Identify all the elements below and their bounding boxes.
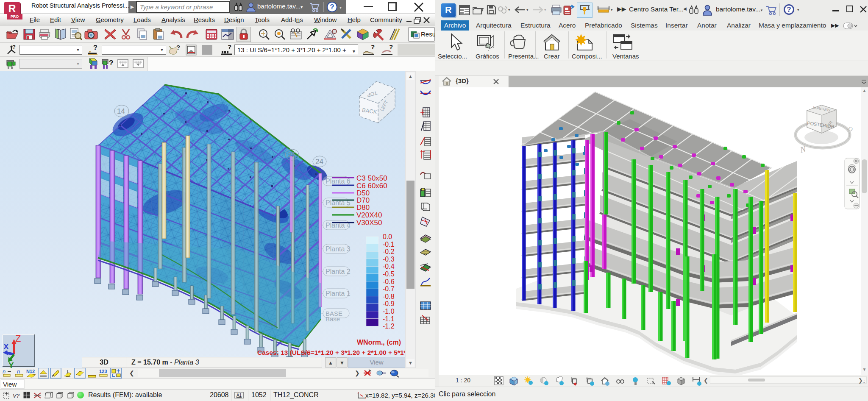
svg-text:0.0: 0.0 [383,233,392,240]
svg-text:-0.2: -0.2 [383,248,395,255]
svg-text:Planta 3: Planta 3 [326,245,351,253]
svg-text:❯: ❯ [355,370,360,377]
svg-text:-0.8: -0.8 [383,293,395,300]
svg-text:V?: V? [13,393,20,399]
svg-text:?: ? [93,44,97,51]
svg-text:Planta 2: Planta 2 [326,268,351,275]
svg-text:Cases: 13 (ULS/6=1*1.20 + 3*1.: Cases: 13 (ULS/6=1*1.20 + 3*1.20 + 2*1.0… [257,349,405,356]
svg-text:-0.1: -0.1 [383,241,395,248]
svg-text:-0.5: -0.5 [383,270,395,278]
svg-text:❮: ❮ [129,370,134,377]
svg-text:?: ? [176,45,180,51]
svg-text:123: 123 [99,369,107,374]
svg-text:n: n [17,368,20,375]
svg-text:-0.7: -0.7 [383,285,395,292]
svg-text:Planta 1: Planta 1 [326,290,351,297]
svg-text:-0.9: -0.9 [383,300,395,307]
svg-text:WNorm., (cm): WNorm., (cm) [357,339,401,346]
svg-text:X: X [3,342,9,351]
svg-text:V30X50: V30X50 [356,219,382,227]
svg-text:?: ? [389,44,393,50]
svg-text:-1.0: -1.0 [383,308,395,315]
svg-text:D80: D80 [356,203,370,212]
svg-text:-1.1: -1.1 [383,315,395,323]
svg-text:25: 25 [288,151,296,159]
svg-text:n: n [3,368,6,375]
svg-text:?: ? [228,44,231,50]
svg-text:V20X40: V20X40 [356,211,382,219]
svg-text:Y: Y [8,361,14,368]
svg-text:14: 14 [117,107,125,115]
svg-text:-0.4: -0.4 [383,263,395,270]
svg-text:Z: Z [15,333,21,344]
svg-text:?: ? [109,59,113,67]
svg-text:-1.2: -1.2 [383,323,395,330]
svg-text:C3 50x50: C3 50x50 [356,174,387,182]
svg-text:?: ? [371,44,375,50]
svg-text:-0.6: -0.6 [383,278,395,285]
svg-text:Base: Base [326,315,340,323]
svg-text:24: 24 [315,158,323,166]
svg-text:?: ? [12,45,16,50]
svg-text:-0.3: -0.3 [383,256,395,263]
svg-text:N12: N12 [26,369,35,374]
svg-text:Planta 6: Planta 6 [326,178,351,185]
